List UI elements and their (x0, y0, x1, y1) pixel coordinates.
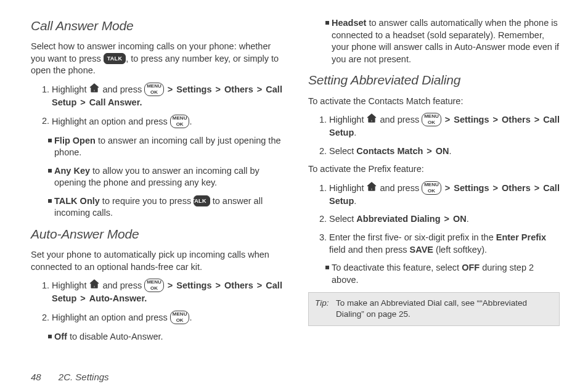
chevron-icon: > (214, 84, 222, 94)
bullet-icon (325, 21, 329, 25)
chevron-icon: > (79, 97, 86, 107)
list-item: Select Contacts Match > ON. (329, 145, 560, 158)
page-number: 48 (31, 372, 41, 382)
bullet-icon (48, 199, 52, 203)
page-footer: 48 2C. Settings (31, 371, 109, 383)
auto-answer-intro: Set your phone to automatically pick up … (31, 249, 282, 273)
chevron-icon: > (166, 280, 174, 290)
label: Flip Open (54, 136, 96, 145)
tip-text: To make an Abbreviated Dial call, see ““… (336, 298, 553, 320)
bullet-icon (48, 335, 52, 338)
nav-auto-answer: Auto-Answer. (89, 293, 147, 303)
talk-icon: TALK (194, 195, 210, 206)
menu-ok-icon: MENUOK (422, 181, 441, 195)
contacts-match: Contacts Match (356, 146, 423, 156)
chevron-icon: > (444, 115, 451, 125)
bullet-deactivate: To deactivate this feature, select OFF d… (308, 262, 560, 286)
bullet-headset: Headset to answer calls automatically wh… (308, 17, 560, 65)
auto-answer-steps: Highlight and press MENUOK > Settings > … (31, 279, 282, 325)
nav-others: Others (224, 84, 253, 94)
nav-others: Others (502, 115, 531, 125)
menu-ok-icon: MENUOK (422, 113, 441, 126)
chevron-icon: > (533, 183, 541, 193)
label: TALK Only (54, 196, 100, 206)
section-title: 2C. Settings (59, 372, 109, 382)
text: to answer calls automatically when the p… (332, 18, 559, 64)
enter-prefix: Enter Prefix (496, 232, 546, 242)
bullet-talk-only: TALK Only to require you to press TALK t… (31, 195, 282, 219)
on-value: ON (436, 146, 449, 156)
menu-ok-icon: MENUOK (170, 115, 190, 128)
text: Highlight an option and press (52, 312, 170, 322)
contacts-match-steps: Highlight and press MENUOK > Settings > … (308, 113, 560, 157)
bullet-icon (48, 169, 52, 173)
chevron-icon: > (256, 84, 263, 94)
text: . (189, 312, 192, 322)
text: and press (102, 280, 144, 290)
bullet-icon (325, 266, 329, 269)
off-value: OFF (462, 263, 480, 272)
save: SAVE (410, 245, 433, 255)
text: field and then press (329, 245, 410, 255)
home-icon (89, 279, 100, 292)
text: Highlight (52, 280, 89, 290)
tip-label: Tip: (315, 298, 336, 320)
chevron-icon: > (492, 115, 499, 125)
text: . (354, 128, 356, 137)
home-icon (366, 182, 377, 195)
chevron-icon: > (166, 84, 174, 94)
list-item: Highlight and press MENUOK > Settings > … (52, 83, 282, 109)
list-item: Highlight an option and press MENUOK. (52, 311, 282, 325)
bullet-any-key: Any Key to allow you to answer an incomi… (31, 165, 282, 189)
heading-auto-answer: Auto-Answer Mode (31, 226, 282, 243)
list-item: Highlight and press MENUOK > Settings > … (329, 182, 560, 208)
nav-settings: Settings (454, 115, 489, 125)
bullet-off: Off to disable Auto-Answer. (31, 331, 282, 343)
text: Highlight (329, 183, 366, 193)
menu-ok-icon: MENUOK (170, 311, 190, 324)
talk-icon: TALK (104, 53, 126, 64)
text: and press (380, 115, 422, 125)
list-item: Highlight an option and press MENUOK. (52, 115, 282, 129)
prefix-intro: To activate the Prefix feature: (308, 163, 560, 176)
nav-call-answer: Call Answer. (89, 97, 142, 107)
text: . (467, 214, 469, 224)
text: . (189, 116, 192, 126)
label: Any Key (54, 166, 90, 176)
label: Off (54, 332, 67, 341)
chevron-icon: > (79, 293, 86, 303)
text: . (449, 146, 452, 156)
prefix-steps: Highlight and press MENUOK > Settings > … (308, 182, 560, 256)
text: Select (329, 146, 356, 156)
abbr-dialing: Abbreviated Dialing (356, 214, 440, 224)
text: To deactivate this feature, select (332, 263, 462, 272)
chevron-icon: > (492, 183, 499, 193)
on-value: ON (453, 214, 467, 224)
text: and press (380, 183, 422, 193)
text: . (354, 196, 356, 206)
home-icon (89, 83, 100, 96)
chevron-icon: > (425, 146, 433, 156)
text: Highlight an option and press (52, 116, 170, 126)
chevron-icon: > (444, 183, 451, 193)
bullet-flip-open: Flip Open to answer an incoming call by … (31, 135, 282, 159)
call-answer-steps: Highlight and press MENUOK > Settings > … (31, 83, 282, 129)
tip-box: Tip: To make an Abbreviated Dial call, s… (308, 292, 560, 325)
text: Select (329, 214, 356, 224)
label: Headset (332, 18, 366, 28)
text: to require you to press (100, 196, 194, 206)
menu-ok-icon: MENUOK (144, 83, 164, 96)
text: Enter the first five- or six-digit prefi… (329, 232, 496, 242)
contacts-match-intro: To activate the Contacts Match feature: (308, 96, 560, 108)
nav-settings: Settings (176, 280, 211, 290)
home-icon (366, 113, 377, 126)
nav-settings: Settings (454, 183, 489, 193)
nav-others: Others (502, 183, 531, 193)
call-answer-intro: Select how to answer incoming calls on y… (31, 41, 282, 77)
bullet-icon (48, 139, 52, 142)
nav-others: Others (224, 280, 253, 290)
heading-abbr-dial: Setting Abbreviated Dialing (308, 71, 560, 89)
menu-ok-icon: MENUOK (144, 279, 164, 292)
chevron-icon: > (214, 280, 222, 290)
list-item: Select Abbreviated Dialing > ON. (329, 213, 560, 226)
